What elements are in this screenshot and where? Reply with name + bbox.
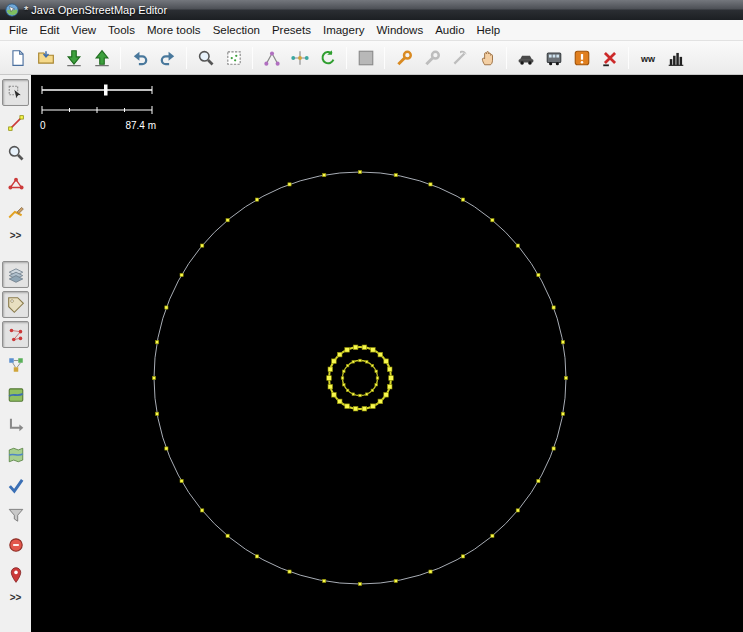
map-node[interactable]	[537, 479, 540, 482]
map-node[interactable]	[288, 183, 291, 186]
menu-windows[interactable]: Windows	[370, 21, 429, 39]
markers-dialog-button[interactable]	[2, 561, 29, 588]
map-node[interactable]	[365, 393, 368, 396]
map-node[interactable]	[516, 244, 519, 247]
map-node[interactable]	[491, 219, 494, 222]
map-node[interactable]	[362, 345, 367, 350]
map-node[interactable]	[352, 393, 355, 396]
map-node[interactable]	[327, 376, 332, 381]
map-node[interactable]	[389, 376, 394, 381]
map-node[interactable]	[337, 399, 342, 404]
improve-way-tool-button[interactable]	[2, 199, 29, 226]
map-node[interactable]	[201, 509, 204, 512]
download-data-button[interactable]	[60, 44, 87, 71]
menu-presets[interactable]: Presets	[266, 21, 317, 39]
map-node[interactable]	[365, 361, 368, 364]
map-node[interactable]	[180, 273, 183, 276]
outer-circle-way[interactable]	[154, 172, 566, 584]
map-node[interactable]	[226, 219, 229, 222]
map-node[interactable]	[323, 579, 326, 582]
map-node[interactable]	[371, 348, 376, 353]
map-node[interactable]	[156, 412, 159, 415]
map-node[interactable]	[561, 412, 564, 415]
map-node[interactable]	[255, 555, 258, 558]
selection-dialog-button[interactable]	[2, 321, 29, 348]
map-node[interactable]	[343, 370, 346, 373]
map-node[interactable]	[552, 447, 555, 450]
menu-imagery[interactable]: Imagery	[317, 21, 371, 39]
map-node[interactable]	[362, 406, 367, 411]
validator-dialog-button[interactable]	[2, 471, 29, 498]
map-node[interactable]	[384, 359, 389, 364]
preferences-button[interactable]	[390, 44, 417, 71]
map-node[interactable]	[378, 352, 383, 357]
upload-data-button[interactable]	[88, 44, 115, 71]
map-node[interactable]	[332, 393, 337, 398]
map-node[interactable]	[343, 383, 346, 386]
redo-button[interactable]	[154, 44, 181, 71]
open-file-button[interactable]	[32, 44, 59, 71]
menu-selection[interactable]: Selection	[207, 21, 266, 39]
map-node[interactable]	[332, 359, 337, 364]
pan-button[interactable]	[474, 44, 501, 71]
map-node[interactable]	[516, 509, 519, 512]
zoom-to-selection-button[interactable]	[192, 44, 219, 71]
new-layer-button[interactable]	[4, 44, 31, 71]
map-styles-dialog-button[interactable]	[2, 381, 29, 408]
map-node[interactable]	[387, 384, 392, 389]
merge-way-button[interactable]	[258, 44, 285, 71]
window-titlebar[interactable]: * Java OpenStreetMap Editor	[0, 0, 743, 20]
menu-tools[interactable]: Tools	[102, 21, 141, 39]
waypoints-button[interactable]: ww	[634, 44, 661, 71]
map-node[interactable]	[371, 364, 374, 367]
car-preset-button[interactable]	[512, 44, 539, 71]
map-node[interactable]	[337, 352, 342, 357]
map-node[interactable]	[201, 244, 204, 247]
map-node[interactable]	[358, 582, 361, 585]
map-node[interactable]	[341, 377, 344, 380]
layers-dialog-button[interactable]	[2, 261, 29, 288]
zoom-slider-thumb[interactable]	[104, 85, 108, 96]
command-stack-dialog-button[interactable]	[2, 411, 29, 438]
imagery-placeholder-button[interactable]	[352, 44, 379, 71]
histogram-button[interactable]	[662, 44, 689, 71]
map-node[interactable]	[371, 389, 374, 392]
map-node[interactable]	[561, 341, 564, 344]
map-node[interactable]	[323, 174, 326, 177]
map-node[interactable]	[328, 384, 333, 389]
zoom-slider[interactable]	[40, 83, 165, 97]
bus-preset-button[interactable]	[540, 44, 567, 71]
split-way-button[interactable]	[286, 44, 313, 71]
menu-more-tools[interactable]: More tools	[141, 21, 207, 39]
draw-nodes-tool-button[interactable]	[2, 109, 29, 136]
map-node[interactable]	[359, 394, 362, 397]
delete-nodes-tool-button[interactable]	[2, 169, 29, 196]
tags-dialog-button[interactable]	[2, 291, 29, 318]
menu-view[interactable]: View	[65, 21, 102, 39]
map-node[interactable]	[226, 534, 229, 537]
filter-dialog-button[interactable]	[2, 501, 29, 528]
map-node[interactable]	[353, 345, 358, 350]
validation-warning-button[interactable]	[568, 44, 595, 71]
extract-disabled-button[interactable]	[446, 44, 473, 71]
map-node[interactable]	[328, 367, 333, 372]
map-node[interactable]	[537, 273, 540, 276]
map-node[interactable]	[429, 183, 432, 186]
map-canvas[interactable]	[31, 75, 743, 632]
map-node[interactable]	[156, 341, 159, 344]
dialog-overflow-toggle[interactable]: >>	[10, 591, 22, 604]
map-node[interactable]	[564, 376, 567, 379]
map-node[interactable]	[394, 579, 397, 582]
menu-edit[interactable]: Edit	[34, 21, 66, 39]
preferences-disabled-button[interactable]	[418, 44, 445, 71]
map-node[interactable]	[429, 570, 432, 573]
map-node[interactable]	[346, 364, 349, 367]
notes-dialog-button[interactable]	[2, 531, 29, 558]
map-node[interactable]	[165, 447, 168, 450]
map-node[interactable]	[384, 393, 389, 398]
relations-dialog-button[interactable]	[2, 351, 29, 378]
map-node[interactable]	[378, 399, 383, 404]
map-node[interactable]	[552, 306, 555, 309]
map-node[interactable]	[394, 174, 397, 177]
map-node[interactable]	[165, 306, 168, 309]
